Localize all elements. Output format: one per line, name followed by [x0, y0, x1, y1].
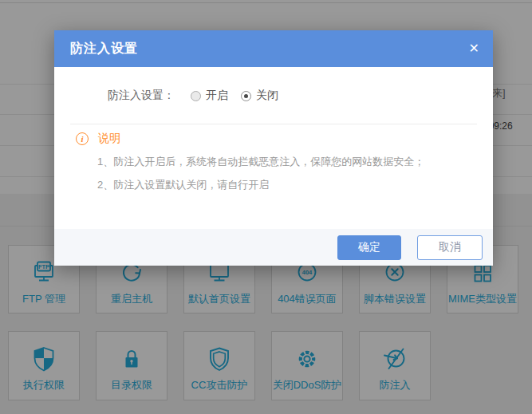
- cancel-button[interactable]: 取消: [417, 235, 483, 260]
- modal-title: 防注入设置: [70, 41, 469, 57]
- modal-body: 防注入设置： 开启 关闭 i 说明 1、防注入开启后，系统将自动拦截恶意注入，保…: [54, 67, 493, 229]
- info-icon: i: [76, 132, 89, 145]
- screen: 来] -06 09:26 FTP FTP 管理 重启主机: [0, 0, 532, 414]
- anti-injection-field-row: 防注入设置： 开启 关闭: [108, 84, 278, 108]
- confirm-button[interactable]: 确定: [337, 235, 401, 260]
- radio-option-off[interactable]: 关闭: [241, 89, 278, 103]
- field-label: 防注入设置：: [108, 89, 175, 103]
- anti-injection-settings-modal: 防注入设置 ✕ 防注入设置： 开启 关闭 i 说明 1、防: [54, 30, 493, 266]
- radio-label: 关闭: [256, 89, 278, 103]
- modal-header: 防注入设置 ✕: [54, 30, 493, 67]
- radio-icon[interactable]: [191, 91, 201, 101]
- note-header: i 说明: [76, 132, 120, 146]
- radio-label: 开启: [206, 89, 228, 103]
- radio-option-on[interactable]: 开启: [191, 89, 228, 103]
- note-items: 1、防注入开启后，系统将自动拦截恶意注入，保障您的网站数据安全； 2、防注入设置…: [97, 150, 477, 196]
- note-title: 说明: [98, 132, 120, 146]
- modal-footer: 确定 取消: [54, 229, 493, 266]
- radio-icon[interactable]: [241, 91, 251, 101]
- note-item: 1、防注入开启后，系统将自动拦截恶意注入，保障您的网站数据安全；: [97, 150, 477, 173]
- note-item: 2、防注入设置默认关闭，请自行开启: [97, 173, 477, 196]
- body-divider: [70, 124, 477, 124]
- close-icon[interactable]: ✕: [469, 42, 479, 55]
